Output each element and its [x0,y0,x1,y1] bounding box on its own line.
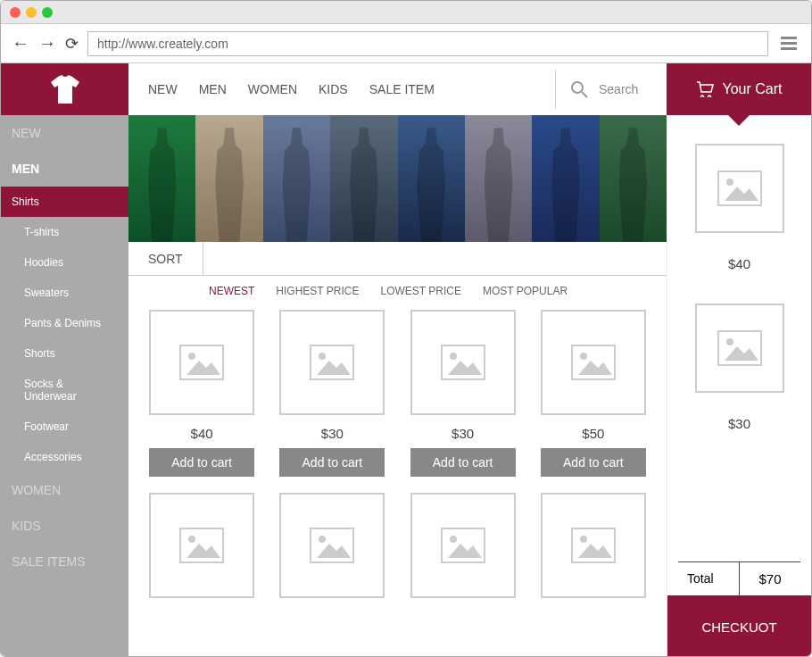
product-price: $50 [582,426,604,441]
svg-point-24 [580,536,587,543]
svg-point-30 [726,338,733,345]
checkout-button[interactable]: CHECKUOT [667,595,811,657]
url-input[interactable] [87,31,768,56]
search-icon [570,80,588,98]
image-placeholder-icon [179,345,224,380]
svg-marker-22 [448,544,482,558]
menu-icon[interactable] [777,33,800,54]
product-thumb[interactable] [410,310,516,415]
product-thumb[interactable] [279,493,385,598]
product-price: $30 [452,426,474,441]
product-card: $40Add to cart [145,310,259,477]
svg-point-9 [450,353,457,360]
sidebar-category[interactable]: KIDS [1,508,128,544]
sidebar-category[interactable]: NEW [1,115,128,151]
image-placeholder-icon [717,330,762,366]
product-card: $30Add to cart [275,310,389,477]
sidebar-subcategory[interactable]: Sweaters [1,278,128,308]
sidebar-subcategory[interactable]: Pants & Denims [1,308,128,338]
sort-option[interactable]: LOWEST PRICE [380,285,460,297]
svg-marker-7 [317,361,351,375]
minimize-icon[interactable] [26,7,37,18]
image-placeholder-icon [717,170,762,206]
svg-marker-10 [448,361,482,375]
svg-point-21 [450,536,457,543]
svg-marker-16 [186,544,220,558]
product-card [536,493,650,598]
cart-icon [696,81,714,97]
image-placeholder-icon [571,528,616,563]
cart-item-price: $30 [728,416,750,431]
add-to-cart-button[interactable]: Add to cart [410,448,516,477]
add-to-cart-button[interactable]: Add to cart [149,448,254,477]
add-to-cart-button[interactable]: Add to cart [279,448,385,477]
svg-point-27 [726,179,733,186]
sidebar-subcategory[interactable]: Socks & Underwear [1,369,128,412]
cart-item-thumb[interactable] [695,144,784,233]
catalog: SORT NEWESTHIGHEST PRICELOWEST PRICEMOST… [128,115,667,657]
forward-icon[interactable]: → [38,33,56,54]
cart-item-thumb[interactable] [695,304,784,393]
svg-point-15 [188,536,195,543]
svg-point-6 [319,353,326,360]
sidebar-subcategory[interactable]: T-shirts [1,217,128,247]
sidebar-subcategory[interactable]: Hoodies [1,247,128,278]
sidebar-subcategory[interactable]: Accessories [1,442,128,472]
sort-option[interactable]: HIGHEST PRICE [276,285,359,297]
top-nav: NEWMENWOMENKIDSSALE ITEM [128,63,555,115]
topnav-item[interactable]: WOMEN [248,82,297,96]
sort-label: SORT [128,242,203,275]
product-thumb[interactable] [149,493,254,598]
search-box[interactable]: Search [555,70,667,109]
product-thumb[interactable] [541,310,646,415]
cart-panel: $40$30 Total $70 CHECKUOT [667,115,811,657]
back-icon[interactable]: ← [12,33,29,54]
topbar: NEWMENWOMENKIDSSALE ITEM Search Your Car… [128,63,811,115]
cart-total-label: Total [678,562,740,595]
image-placeholder-icon [441,345,485,380]
topnav-item[interactable]: SALE ITEM [369,82,435,96]
add-to-cart-button[interactable]: Add to cart [541,448,646,477]
product-card [275,493,389,598]
product-thumb[interactable] [410,493,516,598]
sidebar-category[interactable]: MEN [1,151,128,187]
svg-point-18 [319,536,326,543]
svg-point-12 [580,353,587,360]
product-grid: $40Add to cart$30Add to cart$30Add to ca… [128,297,667,611]
topnav-item[interactable]: MEN [199,82,227,96]
product-thumb[interactable] [541,493,646,598]
svg-point-3 [188,353,195,360]
svg-marker-13 [578,361,612,375]
sidebar-subcategory[interactable]: Footwear [1,412,128,442]
sort-options: NEWESTHIGHEST PRICELOWEST PRICEMOST POPU… [128,276,667,297]
svg-point-0 [572,82,583,93]
titlebar [1,1,811,24]
svg-marker-25 [578,544,612,558]
sort-option[interactable]: NEWEST [209,285,254,297]
product-card: $50Add to cart [536,310,650,477]
svg-line-1 [582,92,587,97]
cart-header[interactable]: Your Cart [667,63,811,115]
sidebar-subcategory[interactable]: Shorts [1,338,128,369]
reload-icon[interactable]: ⟳ [65,34,79,54]
logo[interactable] [1,63,128,115]
cart-item: $30 [678,304,800,438]
product-price: $40 [191,426,213,441]
hero-banner [128,115,667,242]
product-thumb[interactable] [149,310,254,415]
cart-total-value: $70 [740,562,800,595]
sidebar: NEWMENShirtsT-shirtsHoodiesSweatersPants… [1,63,128,657]
close-icon[interactable] [10,7,21,18]
topnav-item[interactable]: NEW [148,82,178,96]
sort-bar: SORT [128,242,667,276]
product-thumb[interactable] [279,310,385,415]
sort-option[interactable]: MOST POPULAR [483,285,568,297]
svg-marker-4 [186,361,220,375]
image-placeholder-icon [310,345,354,380]
sidebar-subcategory[interactable]: Shirts [1,187,128,217]
topnav-item[interactable]: KIDS [319,82,348,96]
maximize-icon[interactable] [42,7,53,18]
sidebar-category[interactable]: SALE ITEMS [1,544,128,579]
sidebar-category[interactable]: WOMEN [1,472,128,508]
image-placeholder-icon [310,528,354,563]
